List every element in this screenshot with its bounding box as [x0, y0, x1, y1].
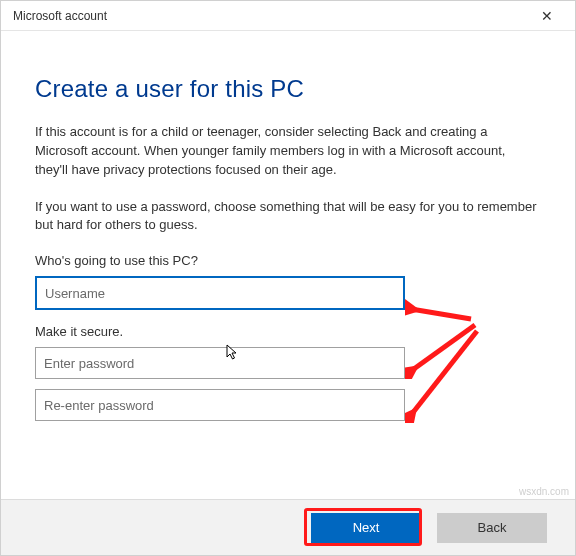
back-button[interactable]: Back	[437, 513, 547, 543]
intro-paragraph-2: If you want to use a password, choose so…	[35, 198, 541, 236]
content-area: Create a user for this PC If this accoun…	[1, 31, 575, 421]
password-section-label: Make it secure.	[35, 324, 541, 339]
password-input[interactable]	[35, 347, 405, 379]
next-button[interactable]: Next	[311, 513, 421, 543]
watermark-text: wsxdn.com	[519, 486, 569, 497]
username-section-label: Who's going to use this PC?	[35, 253, 541, 268]
titlebar: Microsoft account ✕	[1, 1, 575, 31]
close-icon[interactable]: ✕	[531, 4, 563, 28]
username-input[interactable]	[35, 276, 405, 310]
reenter-password-input[interactable]	[35, 389, 405, 421]
dialog-window: Microsoft account ✕ Create a user for th…	[0, 0, 576, 556]
page-heading: Create a user for this PC	[35, 75, 541, 103]
intro-paragraph-1: If this account is for a child or teenag…	[35, 123, 541, 180]
window-title: Microsoft account	[13, 9, 107, 23]
footer-bar: Next Back	[1, 499, 575, 555]
